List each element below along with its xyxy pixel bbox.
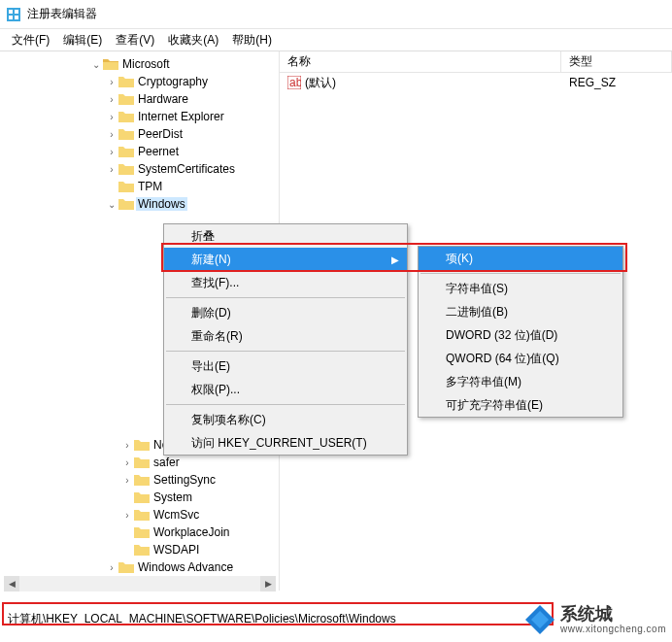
- context-menu-rename[interactable]: 重命名(R): [164, 324, 407, 348]
- folder-icon: [134, 543, 150, 557]
- watermark-brand: 系统城: [560, 605, 666, 625]
- menu-separator: [166, 297, 405, 298]
- tree-horizontal-scrollbar[interactable]: ◀ ▶: [4, 576, 276, 591]
- tree-label: Internet Explorer: [136, 110, 226, 123]
- menu-separator: [166, 404, 405, 405]
- watermark-url: www.xitongcheng.com: [560, 624, 666, 634]
- folder-icon: [103, 57, 118, 71]
- tree-node[interactable]: WSDAPI: [0, 541, 279, 558]
- menu-edit[interactable]: 编辑(E): [57, 30, 108, 51]
- tree-label: WcmSvc: [151, 508, 201, 522]
- menu-bar: 文件(F) 编辑(E) 查看(V) 收藏夹(A) 帮助(H): [0, 29, 672, 51]
- scroll-track[interactable]: [19, 576, 260, 591]
- context-menu-delete[interactable]: 删除(D): [164, 301, 407, 324]
- tree-node[interactable]: ›Windows Advance: [0, 558, 279, 576]
- chevron-down-icon[interactable]: ⌄: [105, 199, 118, 210]
- chevron-right-icon[interactable]: ›: [105, 94, 118, 105]
- app-icon: [6, 7, 21, 22]
- context-menu-goto-hkcu[interactable]: 访问 HKEY_CURRENT_USER(T): [164, 431, 407, 455]
- chevron-right-icon[interactable]: ›: [105, 164, 118, 175]
- submenu-multi-string[interactable]: 多字符串值(M): [419, 370, 622, 393]
- tree-label: Peernet: [136, 145, 181, 158]
- chevron-right-icon[interactable]: ›: [120, 440, 134, 451]
- chevron-right-icon[interactable]: ›: [120, 510, 134, 521]
- chevron-right-icon[interactable]: ›: [105, 77, 118, 87]
- context-menu: 折叠 新建(N)▶ 查找(F)... 删除(D) 重命名(R) 导出(E) 权限…: [163, 223, 408, 456]
- tree-node[interactable]: ›PeerDist: [0, 125, 279, 143]
- tree-label: TPM: [136, 180, 164, 193]
- tree-node[interactable]: ›SettingSync: [0, 471, 279, 489]
- submenu-qword[interactable]: QWORD (64 位)值(Q): [419, 347, 622, 370]
- tree-node[interactable]: ›Internet Explorer: [0, 108, 279, 125]
- list-row-default[interactable]: ab (默认) REG_SZ: [280, 73, 672, 92]
- menu-help[interactable]: 帮助(H): [226, 30, 278, 51]
- title-bar: 注册表编辑器: [0, 0, 672, 29]
- tree-label: System: [151, 490, 194, 504]
- watermark: 系统城 www.xitongcheng.com: [523, 603, 666, 636]
- column-type[interactable]: 类型: [561, 51, 672, 72]
- svg-text:ab: ab: [289, 76, 301, 89]
- tree-node-microsoft[interactable]: ⌄ Microsoft: [0, 55, 279, 73]
- chevron-right-icon[interactable]: ›: [105, 112, 118, 122]
- tree-node[interactable]: ›Hardware: [0, 90, 279, 108]
- tree-label: WorkplaceJoin: [151, 525, 231, 539]
- folder-icon: [118, 180, 134, 193]
- tree-label: Windows Advance: [136, 560, 235, 574]
- value-type: REG_SZ: [561, 76, 672, 89]
- svg-rect-2: [15, 10, 18, 14]
- tree-node[interactable]: ›SystemCertificates: [0, 160, 279, 178]
- context-menu-find[interactable]: 查找(F)...: [164, 271, 407, 294]
- context-menu-new[interactable]: 新建(N)▶: [164, 248, 407, 271]
- folder-icon: [118, 145, 134, 158]
- tree-label: SystemCertificates: [136, 162, 237, 176]
- tree-label: PeerDist: [136, 127, 185, 141]
- chevron-right-icon[interactable]: ›: [105, 147, 118, 157]
- watermark-logo-icon: [523, 603, 556, 636]
- folder-icon: [134, 438, 150, 452]
- tree-node-windows[interactable]: ⌄Windows: [0, 195, 279, 213]
- folder-icon: [118, 75, 134, 88]
- context-menu-collapse[interactable]: 折叠: [164, 224, 407, 248]
- context-menu-permissions[interactable]: 权限(P)...: [164, 378, 407, 401]
- submenu-expand-string[interactable]: 可扩充字符串值(E): [419, 393, 622, 417]
- menu-view[interactable]: 查看(V): [110, 30, 160, 51]
- tree-node[interactable]: TPM: [0, 178, 279, 195]
- context-menu-export[interactable]: 导出(E): [164, 355, 407, 378]
- column-name[interactable]: 名称: [280, 51, 561, 72]
- tree-label: Hardware: [136, 92, 190, 106]
- tree-label: safer: [151, 456, 182, 469]
- submenu-key[interactable]: 项(K): [419, 247, 622, 270]
- scroll-right-button[interactable]: ▶: [260, 576, 276, 591]
- string-value-icon: ab: [287, 76, 301, 89]
- context-menu-copy-key-name[interactable]: 复制项名称(C): [164, 408, 407, 431]
- scroll-left-button[interactable]: ◀: [4, 576, 19, 591]
- menu-file[interactable]: 文件(F): [6, 30, 55, 51]
- chevron-right-icon[interactable]: ›: [105, 129, 118, 140]
- tree-node[interactable]: ›safer: [0, 454, 279, 471]
- tree-node[interactable]: ›Peernet: [0, 143, 279, 160]
- window-title: 注册表编辑器: [27, 6, 97, 22]
- tree-label: SettingSync: [151, 473, 218, 487]
- chevron-down-icon[interactable]: ⌄: [89, 59, 103, 70]
- chevron-right-icon[interactable]: ›: [120, 457, 134, 468]
- tree-node[interactable]: WorkplaceJoin: [0, 524, 279, 541]
- svg-rect-4: [15, 16, 18, 19]
- tree-node[interactable]: ›Cryptography: [0, 73, 279, 90]
- folder-icon: [118, 127, 134, 141]
- tree-node[interactable]: System: [0, 489, 279, 506]
- submenu-string[interactable]: 字符串值(S): [419, 277, 622, 300]
- folder-icon: [134, 525, 150, 539]
- svg-rect-3: [9, 16, 13, 19]
- menu-favorites[interactable]: 收藏夹(A): [162, 30, 224, 51]
- chevron-right-icon[interactable]: ›: [120, 475, 134, 486]
- value-name: (默认): [305, 75, 336, 91]
- submenu-dword[interactable]: DWORD (32 位)值(D): [419, 323, 622, 347]
- tree-node[interactable]: ›WcmSvc: [0, 506, 279, 524]
- chevron-right-icon[interactable]: ›: [105, 562, 118, 573]
- menu-separator: [420, 273, 621, 274]
- folder-icon: [118, 92, 134, 106]
- folder-icon: [134, 508, 150, 522]
- tree-label: Cryptography: [136, 75, 210, 88]
- folder-icon: [134, 473, 150, 487]
- submenu-binary[interactable]: 二进制值(B): [419, 300, 622, 323]
